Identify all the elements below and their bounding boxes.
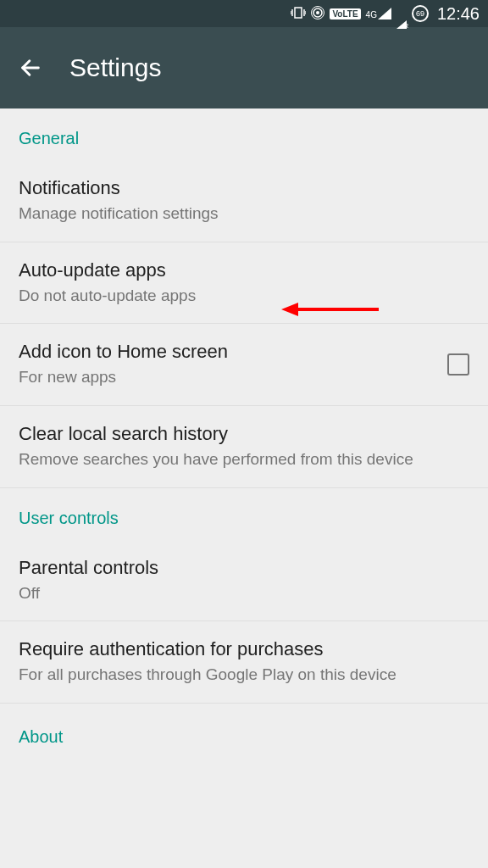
section-header-general: General xyxy=(0,108,488,160)
setting-title: Parental controls xyxy=(19,557,469,579)
setting-add-icon[interactable]: Add icon to Home screen For new apps xyxy=(0,324,488,406)
page-title: Settings xyxy=(69,53,161,82)
signal-icon-1 xyxy=(378,8,391,19)
status-icons: VoLTE 4G R 69 12:46 xyxy=(291,4,480,24)
checkbox-add-icon[interactable] xyxy=(447,353,469,376)
setting-title: Notifications xyxy=(19,177,469,199)
settings-content: General Notifications Manage notificatio… xyxy=(0,108,488,759)
svg-point-5 xyxy=(316,11,319,14)
battery-icon: 69 xyxy=(412,5,429,22)
setting-clear-history[interactable]: Clear local search history Remove search… xyxy=(0,406,488,488)
setting-subtitle: Manage notification settings xyxy=(19,203,469,225)
roaming-r: R xyxy=(404,23,408,29)
setting-subtitle: For new apps xyxy=(19,366,434,388)
vibrate-icon xyxy=(291,7,306,21)
setting-title: Require authentication for purchases xyxy=(19,638,469,660)
app-bar: Settings xyxy=(0,27,488,108)
status-bar: VoLTE 4G R 69 12:46 xyxy=(0,0,488,27)
svg-rect-0 xyxy=(295,8,302,18)
setting-require-auth[interactable]: Require authentication for purchases For… xyxy=(0,621,488,704)
setting-subtitle: For all purchases through Google Play on… xyxy=(19,664,469,686)
setting-auto-update[interactable]: Auto-update apps Do not auto-update apps xyxy=(0,242,488,325)
setting-title: Clear local search history xyxy=(19,423,469,445)
setting-title: Add icon to Home screen xyxy=(19,341,434,363)
clock: 12:46 xyxy=(437,4,480,24)
setting-title: Auto-update apps xyxy=(19,259,469,281)
network-4g: 4G xyxy=(366,11,377,19)
setting-subtitle: Do not auto-update apps xyxy=(19,285,469,307)
back-arrow-icon[interactable] xyxy=(19,56,42,80)
hotspot-icon xyxy=(311,6,324,22)
setting-subtitle: Remove searches you have performed from … xyxy=(19,448,469,470)
setting-notifications[interactable]: Notifications Manage notification settin… xyxy=(0,160,488,242)
setting-subtitle: Off xyxy=(19,582,469,604)
setting-parental-controls[interactable]: Parental controls Off xyxy=(0,540,488,622)
volte-badge: VoLTE xyxy=(330,8,360,19)
section-header-about: About xyxy=(0,704,488,759)
section-header-user-controls: User controls xyxy=(0,488,488,540)
